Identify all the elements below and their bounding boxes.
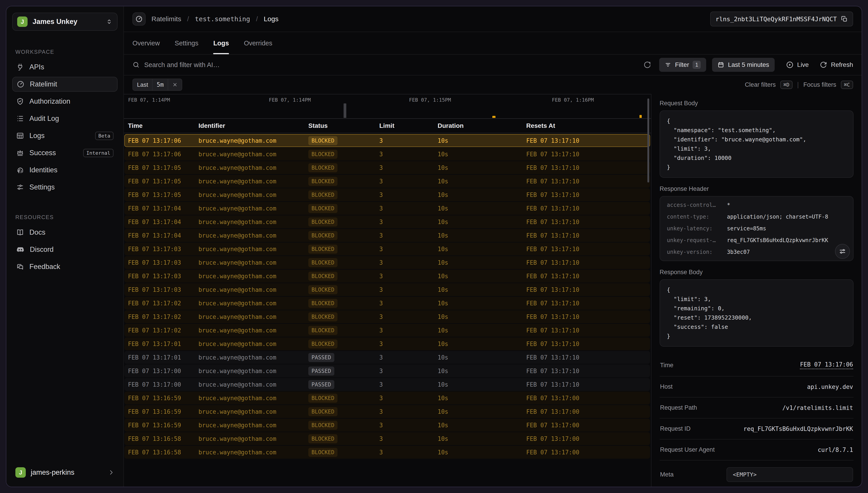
focus-filters-label[interactable]: Focus filters [803, 81, 836, 88]
header-settings-button[interactable] [835, 244, 850, 259]
search-input[interactable]: Search and filter with AI… [132, 61, 637, 69]
status-badge: BLOCKED [308, 244, 337, 254]
table-row[interactable]: FEB 07 13:16:59bruce.wayne@gotham.comBLO… [124, 392, 650, 405]
cell-time: FEB 07 13:17:01 [128, 341, 199, 347]
response-header-row: content-type:application/json; charset=U… [667, 214, 846, 220]
timeline-tick-label: FEB 07, 1:16PM [552, 97, 594, 103]
sidebar-item-discord[interactable]: Discord [12, 242, 118, 257]
list-icon [16, 115, 24, 122]
status-badge: BLOCKED [308, 163, 337, 172]
table-row[interactable]: FEB 07 13:17:05bruce.wayne@gotham.comBLO… [124, 175, 650, 188]
cell-status: BLOCKED [308, 272, 379, 281]
table-row[interactable]: FEB 07 13:17:04bruce.wayne@gotham.comBLO… [124, 215, 650, 228]
header-key: unkey-latency: [667, 226, 725, 232]
cell-resets-at: FEB 07 13:17:10 [526, 341, 650, 347]
meta-value: <EMPTY> [726, 467, 853, 482]
cell-resets-at: FEB 07 13:17:00 [526, 449, 650, 456]
cell-resets-at: FEB 07 13:17:00 [526, 408, 650, 415]
cell-time: FEB 07 13:17:03 [128, 273, 199, 280]
table-row[interactable]: FEB 07 13:17:03bruce.wayne@gotham.comBLO… [124, 256, 650, 269]
filter-button[interactable]: Filter 1 [659, 58, 706, 72]
cell-duration: 10s [438, 219, 526, 226]
cell-time: FEB 07 13:17:04 [128, 205, 199, 212]
table-row[interactable]: FEB 07 13:16:58bruce.wayne@gotham.comBLO… [124, 432, 650, 445]
cell-identifier: bruce.wayne@gotham.com [199, 178, 308, 185]
tab-logs[interactable]: Logs [213, 32, 229, 54]
sidebar-item-authorization[interactable]: Authorization [12, 94, 118, 109]
table-row[interactable]: FEB 07 13:17:02bruce.wayne@gotham.comBLO… [124, 324, 650, 337]
sidebar-item-settings[interactable]: Settings [12, 180, 118, 195]
cell-identifier: bruce.wayne@gotham.com [199, 435, 308, 442]
workspace-switcher[interactable]: J James Unkey [12, 13, 118, 31]
cell-time: FEB 07 13:16:59 [128, 422, 199, 429]
table-row[interactable]: FEB 07 13:17:06bruce.wayne@gotham.comBLO… [124, 134, 650, 147]
cell-status: PASSED [308, 366, 379, 376]
tab-settings[interactable]: Settings [175, 32, 199, 54]
sidebar-item-label: Ratelimit [30, 80, 57, 88]
ratelimit-gauge-icon-button[interactable] [132, 13, 146, 25]
table-row[interactable]: FEB 07 13:17:00bruce.wayne@gotham.comPAS… [124, 378, 650, 391]
cell-duration: 10s [438, 137, 526, 144]
sidebar-item-feedback[interactable]: Feedback [12, 259, 118, 274]
cell-identifier: bruce.wayne@gotham.com [199, 137, 308, 144]
table-row[interactable]: FEB 07 13:17:02bruce.wayne@gotham.comBLO… [124, 297, 650, 309]
filter-chip-remove[interactable] [168, 79, 182, 91]
detail-fields: TimeFEB 07 13:17:06Hostapi.unkey.devRequ… [660, 354, 853, 460]
breadcrumb-root[interactable]: Ratelimits [151, 15, 181, 23]
sidebar-item-ratelimit[interactable]: Ratelimit [12, 77, 118, 92]
shield-check-icon [16, 98, 24, 105]
table-row[interactable]: FEB 07 13:17:00bruce.wayne@gotham.comPAS… [124, 364, 650, 378]
sidebar-item-audit-log[interactable]: Audit Log [12, 111, 118, 126]
cell-resets-at: FEB 07 13:17:10 [526, 205, 650, 212]
breadcrumb-leaf: Logs [264, 15, 278, 23]
ai-history-icon[interactable] [643, 61, 652, 69]
header-key: unkey-version: [667, 249, 725, 255]
table-row[interactable]: FEB 07 13:16:59bruce.wayne@gotham.comBLO… [124, 419, 650, 432]
cell-identifier: bruce.wayne@gotham.com [199, 381, 308, 388]
cell-status: BLOCKED [308, 190, 379, 199]
events-timeline-chart[interactable]: FEB 07, 1:14PMFEB 07, 1:14PMFEB 07, 1:15… [124, 94, 651, 119]
table-row[interactable]: FEB 07 13:17:03bruce.wayne@gotham.comBLO… [124, 283, 650, 296]
tab-overrides[interactable]: Overrides [244, 32, 272, 54]
breadcrumb-namespace[interactable]: test.something [195, 15, 250, 23]
cell-status: PASSED [308, 353, 379, 362]
table-row[interactable]: FEB 07 13:16:59bruce.wayne@gotham.comBLO… [124, 405, 650, 418]
table-row[interactable]: FEB 07 13:17:05bruce.wayne@gotham.comBLO… [124, 188, 650, 201]
sidebar-item-identities[interactable]: Identities [12, 163, 118, 177]
refresh-button[interactable]: Refresh [820, 61, 853, 69]
namespace-id-copy-button[interactable]: rlns_2nbt3LiTQeQykRF1nMSSF4JrNQCT [710, 12, 853, 26]
table-row[interactable]: FEB 07 13:17:04bruce.wayne@gotham.comBLO… [124, 229, 650, 242]
table-row[interactable]: FEB 07 13:17:01bruce.wayne@gotham.comPAS… [124, 351, 650, 364]
filter-chip-value: 5m [152, 79, 168, 91]
status-badge: BLOCKED [308, 190, 337, 199]
clear-filters-label[interactable]: Clear filters [745, 81, 776, 88]
sidebar-item-logs[interactable]: LogsBeta [12, 128, 118, 143]
status-badge: PASSED [308, 353, 334, 362]
settings-sliders-icon [839, 248, 846, 255]
table-row[interactable]: FEB 07 13:17:03bruce.wayne@gotham.comBLO… [124, 242, 650, 255]
sidebar-item-apis[interactable]: APIs [12, 60, 118, 74]
table-scrollbar[interactable] [647, 99, 649, 183]
sidebar-footer-user[interactable]: J james-perkins [12, 465, 118, 480]
tab-overview[interactable]: Overview [132, 32, 160, 54]
table-row[interactable]: FEB 07 13:17:02bruce.wayne@gotham.comBLO… [124, 310, 650, 323]
table-row[interactable]: FEB 07 13:17:03bruce.wayne@gotham.comBLO… [124, 270, 650, 282]
sidebar-item-docs[interactable]: Docs [12, 225, 118, 240]
cell-limit: 3 [379, 151, 438, 158]
time-range-button[interactable]: Last 5 minutes [712, 58, 774, 72]
cell-limit: 3 [379, 165, 438, 171]
sidebar: J James Unkey WORKSPACEAPIsRatelimitAuth… [6, 6, 124, 487]
status-badge: BLOCKED [308, 421, 337, 430]
table-row[interactable]: FEB 07 13:17:05bruce.wayne@gotham.comBLO… [124, 161, 650, 174]
table-row[interactable]: FEB 07 13:17:01bruce.wayne@gotham.comBLO… [124, 337, 650, 350]
filter-chip-last-5m[interactable]: Last 5m [132, 79, 182, 91]
status-badge: BLOCKED [308, 285, 337, 294]
table-row[interactable]: FEB 07 13:17:06bruce.wayne@gotham.comBLO… [124, 148, 650, 160]
cell-limit: 3 [379, 178, 438, 185]
live-button[interactable]: Live [786, 61, 809, 69]
table-row[interactable]: FEB 07 13:17:04bruce.wayne@gotham.comBLO… [124, 202, 650, 215]
log-rows: FEB 07 13:17:06bruce.wayne@gotham.comBLO… [124, 133, 651, 487]
table-row[interactable]: FEB 07 13:16:58bruce.wayne@gotham.comBLO… [124, 446, 650, 459]
cell-duration: 10s [438, 422, 526, 429]
sidebar-item-success[interactable]: SuccessInternal [12, 146, 118, 160]
